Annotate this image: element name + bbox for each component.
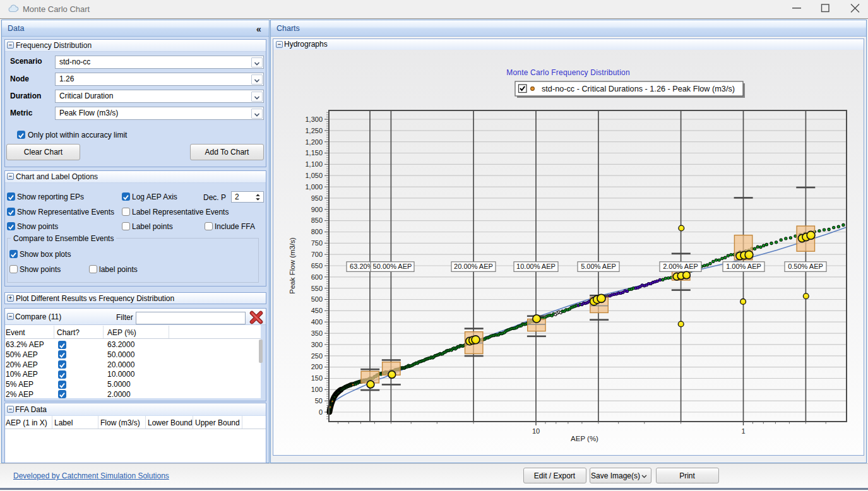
svg-text:600: 600 [311, 273, 323, 281]
svg-text:std-no-cc - Critical Durations: std-no-cc - Critical Durations - 1.26 - … [542, 85, 735, 93]
svg-text:850: 850 [311, 216, 323, 224]
svg-text:Monte Carlo Frequency Distribu: Monte Carlo Frequency Distribution [506, 68, 630, 77]
svg-text:150: 150 [311, 374, 323, 382]
svg-text:350: 350 [311, 329, 323, 337]
svg-text:50: 50 [315, 397, 323, 405]
svg-text:500: 500 [311, 295, 323, 303]
svg-text:250: 250 [311, 352, 323, 360]
svg-text:750: 750 [311, 239, 323, 247]
svg-text:1.00% AEP: 1.00% AEP [726, 263, 761, 270]
svg-text:Peak Flow (m3/s): Peak Flow (m3/s) [288, 237, 296, 294]
svg-text:300: 300 [311, 341, 323, 348]
svg-text:AEP (%): AEP (%) [571, 435, 598, 442]
svg-text:1: 1 [741, 427, 745, 435]
svg-text:50.00% AEP: 50.00% AEP [373, 263, 412, 270]
svg-text:450: 450 [311, 307, 323, 314]
svg-text:10.00% AEP: 10.00% AEP [516, 263, 556, 270]
svg-text:1,050: 1,050 [305, 172, 323, 179]
svg-text:950: 950 [311, 194, 323, 202]
svg-text:650: 650 [311, 262, 323, 269]
svg-text:1,300: 1,300 [305, 115, 323, 123]
svg-text:550: 550 [311, 285, 323, 292]
svg-text:900: 900 [311, 206, 323, 213]
svg-text:1,200: 1,200 [305, 138, 323, 146]
svg-text:0: 0 [319, 408, 323, 416]
svg-text:0.50% AEP: 0.50% AEP [788, 263, 823, 270]
svg-text:2.00% AEP: 2.00% AEP [663, 263, 698, 270]
svg-text:800: 800 [311, 228, 323, 235]
svg-text:100: 100 [311, 386, 323, 393]
svg-text:1,150: 1,150 [305, 149, 323, 157]
svg-text:20.00% AEP: 20.00% AEP [454, 263, 493, 270]
svg-text:1,100: 1,100 [305, 160, 323, 168]
svg-text:1,250: 1,250 [305, 127, 323, 134]
svg-text:5.00% AEP: 5.00% AEP [581, 263, 616, 270]
svg-text:1,000: 1,000 [305, 183, 323, 191]
svg-text:400: 400 [311, 318, 323, 326]
svg-text:10: 10 [532, 427, 540, 435]
svg-text:200: 200 [311, 363, 323, 370]
svg-text:700: 700 [311, 251, 323, 258]
